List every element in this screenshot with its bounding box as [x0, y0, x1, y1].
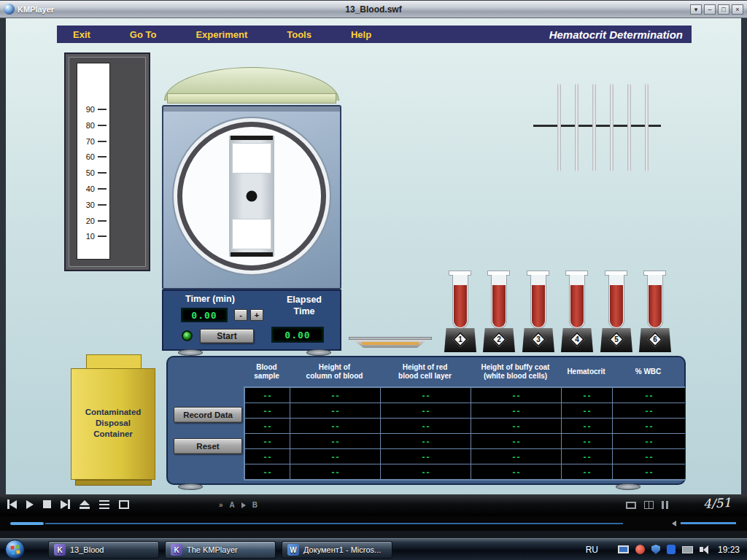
table-cell: -- — [613, 464, 685, 479]
table-cell: -- — [562, 464, 612, 479]
disposal-container-base — [75, 480, 152, 486]
disposal-container-label: Contaminated Disposal Container — [71, 407, 155, 440]
centrifuge-rotor[interactable] — [174, 118, 330, 274]
rotor-spindle — [247, 191, 258, 202]
ab-repeat-b-button[interactable]: B — [252, 501, 258, 509]
blood-tube-2[interactable]: 2 — [482, 271, 516, 354]
tube-tray[interactable] — [349, 337, 432, 349]
volume-tray-icon[interactable] — [700, 545, 708, 554]
disposal-container-lid[interactable] — [86, 354, 142, 369]
table-cell: -- — [381, 464, 471, 479]
language-indicator[interactable]: RU — [586, 545, 598, 555]
blood-tube-3[interactable]: 3 — [522, 271, 555, 354]
timer-minus-button[interactable]: - — [234, 309, 247, 321]
capillary-tube[interactable] — [557, 84, 561, 171]
fast-forward-icon[interactable]: » — [219, 501, 223, 509]
taskbar-button-3[interactable]: WДокумент1 - Micros... — [282, 541, 392, 559]
centrifuge-foot — [178, 349, 203, 356]
capillary-tube[interactable] — [575, 84, 578, 171]
taskbar-button-2[interactable]: KThe KMPlayer — [165, 541, 276, 559]
next-button[interactable] — [61, 499, 70, 509]
timer-plus-button[interactable]: + — [250, 309, 263, 321]
close-button[interactable]: × — [732, 4, 743, 15]
titlebar[interactable]: KMPlayer 13_Blood.swf ▾ – □ × — [0, 0, 747, 18]
seek-bar-track[interactable] — [45, 523, 623, 524]
rollup-button[interactable]: ▾ — [690, 4, 702, 15]
blood-sample — [454, 285, 467, 327]
eject-button[interactable] — [80, 500, 90, 509]
rotor-ring — [177, 122, 326, 271]
previous-button[interactable] — [7, 499, 17, 509]
menu-item-tools[interactable]: Tools — [287, 29, 311, 40]
seek-bar-played[interactable] — [10, 522, 44, 525]
menu-item-help[interactable]: Help — [351, 29, 371, 40]
capillary-tube[interactable] — [627, 84, 631, 171]
scale-tick-icon — [98, 125, 107, 126]
scale-row-40: 40 — [77, 184, 109, 194]
pause-icon-button[interactable] — [662, 501, 668, 509]
kmplayer-logo-icon — [4, 4, 15, 15]
maximize-button[interactable]: □ — [718, 4, 729, 15]
display-tray-icon[interactable] — [618, 545, 629, 553]
capillary-tube[interactable] — [610, 84, 614, 171]
capillary-tube[interactable] — [592, 84, 596, 171]
screen-icon-button[interactable] — [626, 502, 636, 509]
power-led — [182, 330, 193, 341]
tube-glass — [530, 275, 546, 329]
tube-glass — [647, 275, 663, 329]
menu-bar: ExitGo ToExperimentToolsHelp Hematocrit … — [57, 26, 692, 43]
playlist-button[interactable] — [99, 500, 109, 509]
capillary-tube[interactable] — [645, 84, 649, 171]
blood-tube-4[interactable]: 4 — [560, 271, 594, 354]
table-cell: -- — [245, 449, 290, 464]
seek-row — [0, 516, 747, 531]
disposal-container[interactable]: Contaminated Disposal Container — [71, 368, 155, 480]
start-button-orb[interactable] — [5, 540, 25, 559]
security-tray-icon[interactable] — [635, 545, 645, 554]
scale-label: 30 — [77, 201, 95, 209]
blood-tube-6[interactable]: 6 — [638, 271, 672, 354]
reset-button[interactable]: Reset — [174, 438, 242, 454]
menu-item-exit[interactable]: Exit — [73, 29, 90, 40]
scale-tick-icon — [98, 141, 107, 142]
taskbar-button-label: 13_Blood — [70, 545, 104, 554]
play-button[interactable] — [26, 500, 34, 509]
scale-row-50: 50 — [77, 168, 109, 178]
volume-slider[interactable] — [681, 522, 736, 524]
blood-sample — [570, 285, 584, 327]
taskbar-button-1[interactable]: K13_Blood — [48, 541, 159, 559]
blood-tube-1[interactable]: 1 — [444, 271, 477, 354]
keyboard-tray-icon[interactable] — [682, 546, 693, 553]
minimize-button[interactable]: – — [704, 4, 716, 15]
window-controls: ▾ – □ × — [690, 4, 743, 15]
tube-number: 4 — [575, 335, 579, 343]
scale-strip: 908070605040302010 — [77, 63, 110, 260]
blood-tube-5[interactable]: 5 — [600, 271, 633, 354]
window-bottom-edge — [0, 531, 747, 538]
app-name: KMPlayer — [18, 5, 54, 14]
table-cell: -- — [613, 419, 685, 433]
table-cell: -- — [562, 403, 612, 418]
bluetooth-tray-icon[interactable] — [667, 545, 676, 554]
ab-repeat-a-button[interactable]: A — [230, 501, 235, 509]
table-cell: -- — [471, 434, 561, 448]
scale-label: 60 — [77, 152, 95, 161]
control-box-button[interactable] — [119, 500, 129, 509]
menu-item-experiment[interactable]: Experiment — [196, 29, 247, 40]
shield-tray-icon[interactable] — [651, 545, 660, 554]
taskbar-button-label: Документ1 - Micros... — [303, 545, 381, 554]
scale-row-30: 30 — [77, 200, 109, 210]
system-tray: RU 19:23 — [586, 539, 747, 560]
start-button[interactable]: Start — [200, 329, 254, 343]
volume-collapse-icon[interactable] — [672, 521, 676, 526]
scale-tick-icon — [98, 204, 107, 206]
stop-button[interactable] — [43, 500, 51, 508]
table-cell: -- — [471, 403, 561, 418]
centrifuge-body[interactable] — [162, 105, 341, 289]
table-cell: -- — [290, 449, 380, 464]
menu-item-go-to[interactable]: Go To — [130, 29, 157, 40]
grid-icon-button[interactable] — [644, 501, 654, 509]
column-header-3: Height of buffy coat (white blood cells) — [471, 359, 560, 384]
record-data-button[interactable]: Record Data — [174, 407, 242, 423]
menu-bar-items: ExitGo ToExperimentToolsHelp — [57, 29, 371, 40]
